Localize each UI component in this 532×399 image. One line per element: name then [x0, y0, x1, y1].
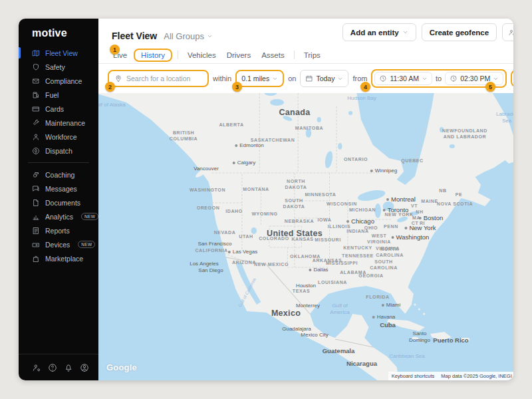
- calendar-icon: [305, 74, 313, 82]
- chevron-down-icon: [272, 76, 278, 82]
- keyboard-shortcuts-link[interactable]: Keyboard shortcuts: [388, 372, 438, 380]
- group-selector[interactable]: All Groups: [164, 31, 213, 41]
- sidebar-item-devices[interactable]: DevicesNEW: [19, 237, 98, 251]
- card-icon: [32, 105, 40, 113]
- map-canvas[interactable]: CanadaUnited StatesMexicoALBERTABRITISH …: [98, 93, 513, 380]
- google-watermark: Google: [106, 362, 137, 372]
- sidebar-item-fuel[interactable]: Fuel: [19, 88, 98, 102]
- sidebar-item-label: Cards: [45, 105, 64, 113]
- sidebar-item-label: Workforce: [45, 133, 77, 141]
- tab-assets[interactable]: Assets: [256, 49, 290, 61]
- app-window: motive Fleet ViewSafetyComplianceFuelCar…: [19, 19, 513, 380]
- create-geofence-label: Create geofence: [430, 29, 489, 37]
- sidebar-item-label: Maintenance: [45, 119, 85, 127]
- fuel-icon: [32, 91, 40, 99]
- location-search-field[interactable]: [108, 70, 209, 87]
- sidebar-item-compliance[interactable]: Compliance: [19, 74, 98, 88]
- group-selector-label: All Groups: [164, 31, 204, 41]
- sidebar-divider: [28, 162, 89, 163]
- within-label: within: [213, 74, 231, 82]
- sidebar-item-label: Compliance: [45, 77, 82, 85]
- wrench-icon: [32, 119, 40, 127]
- search-button[interactable]: [511, 70, 513, 87]
- filter-bar: within 0.1 miles on Today from 11:30 AM …: [98, 64, 513, 93]
- sidebar-item-safety[interactable]: Safety: [19, 60, 98, 74]
- time-from-select[interactable]: 11:30 AM: [374, 72, 432, 85]
- notifications-bell-icon[interactable]: [64, 363, 73, 372]
- compliance-icon: [32, 77, 40, 85]
- user-admin-button[interactable]: [502, 23, 513, 41]
- sidebar-item-label: Dispatch: [45, 147, 72, 155]
- sidebar-item-label: Marketplace: [45, 255, 83, 263]
- date-select[interactable]: Today: [300, 70, 348, 87]
- map-geography: [98, 93, 513, 380]
- sidebar-item-cards[interactable]: Cards: [19, 102, 98, 116]
- page-title: Fleet View: [112, 31, 157, 41]
- bag-icon: [32, 255, 40, 263]
- sidebar-item-label: Messages: [45, 185, 77, 193]
- annotation-badge-5: 5: [485, 82, 495, 92]
- chevron-down-icon: [337, 76, 343, 82]
- map-icon: [32, 49, 40, 57]
- sidebar-item-documents[interactable]: Documents: [19, 196, 98, 209]
- time-to-value: 02:30 PM: [460, 74, 490, 82]
- annotation-badge-3: 3: [232, 82, 242, 92]
- annotation-badge-4: 4: [360, 82, 370, 92]
- add-entity-label: Add an entity: [350, 29, 399, 37]
- tab-drivers[interactable]: Drivers: [221, 49, 256, 61]
- sidebar-item-label: Devices: [45, 241, 70, 249]
- main-panel: Fleet View All Groups Add an entity Crea…: [98, 19, 513, 380]
- device-icon: [32, 241, 40, 249]
- help-icon[interactable]: [48, 363, 57, 372]
- map-data-text: Map data ©2025 Google, INEGI: [438, 372, 513, 380]
- sidebar-item-label: Documents: [45, 199, 80, 207]
- map-attribution: Keyboard shortcuts Map data ©2025 Google…: [388, 372, 513, 380]
- sidebar-item-workforce[interactable]: Workforce: [19, 130, 98, 144]
- sidebar-item-maintenance[interactable]: Maintenance: [19, 116, 98, 130]
- whistle-icon: [32, 171, 40, 179]
- radius-value: 0.1 miles: [241, 74, 269, 82]
- report-icon: [32, 227, 40, 235]
- shield-icon: [32, 63, 40, 71]
- add-entity-button[interactable]: Add an entity: [342, 23, 416, 41]
- chevron-down-icon: [207, 33, 213, 39]
- tab-history[interactable]: History: [134, 49, 172, 62]
- chevron-down-icon: [422, 76, 428, 82]
- account-icon[interactable]: [80, 363, 89, 372]
- tab-vehicles[interactable]: Vehicles: [182, 49, 221, 61]
- tab-separator: [294, 51, 295, 59]
- sidebar-item-reports[interactable]: Reports: [19, 223, 98, 237]
- new-badge: NEW: [81, 213, 98, 220]
- create-geofence-button[interactable]: Create geofence: [422, 23, 497, 41]
- sidebar-item-marketplace[interactable]: Marketplace: [19, 251, 98, 265]
- sidebar-item-dispatch[interactable]: Dispatch: [19, 144, 98, 158]
- annotation-badge-1: 1: [110, 45, 120, 55]
- clock-icon: [450, 74, 458, 82]
- on-label: on: [288, 74, 296, 82]
- sidebar: motive Fleet ViewSafetyComplianceFuelCar…: [19, 19, 98, 380]
- tab-trips[interactable]: Trips: [299, 49, 326, 61]
- sidebar-item-analytics[interactable]: AnalyticsNEW: [19, 209, 98, 223]
- chat-icon: [32, 185, 40, 193]
- location-search-input[interactable]: [126, 74, 202, 82]
- admin-settings-icon[interactable]: [32, 363, 41, 372]
- sidebar-item-label: Fleet View: [45, 49, 78, 57]
- tab-separator: [178, 51, 178, 59]
- time-to-select[interactable]: 02:30 PM: [445, 72, 503, 85]
- chevron-down-icon: [493, 76, 499, 82]
- chart-icon: [32, 213, 40, 221]
- chevron-down-icon: [402, 29, 408, 35]
- sidebar-item-label: Fuel: [45, 91, 59, 99]
- sidebar-footer: [19, 354, 98, 380]
- location-pin-icon: [114, 74, 122, 82]
- person-icon: [32, 133, 40, 141]
- date-value: Today: [316, 74, 334, 82]
- radius-select[interactable]: 0.1 miles: [235, 70, 284, 87]
- sidebar-item-fleet-view[interactable]: Fleet View: [19, 46, 98, 60]
- motive-logo: motive: [19, 19, 98, 46]
- sidebar-item-messages[interactable]: Messages: [19, 182, 98, 196]
- annotation-badge-2: 2: [105, 82, 115, 92]
- sidebar-item-coaching[interactable]: Coaching: [19, 168, 98, 182]
- compass-icon: [32, 147, 40, 155]
- sidebar-item-label: Safety: [45, 63, 65, 71]
